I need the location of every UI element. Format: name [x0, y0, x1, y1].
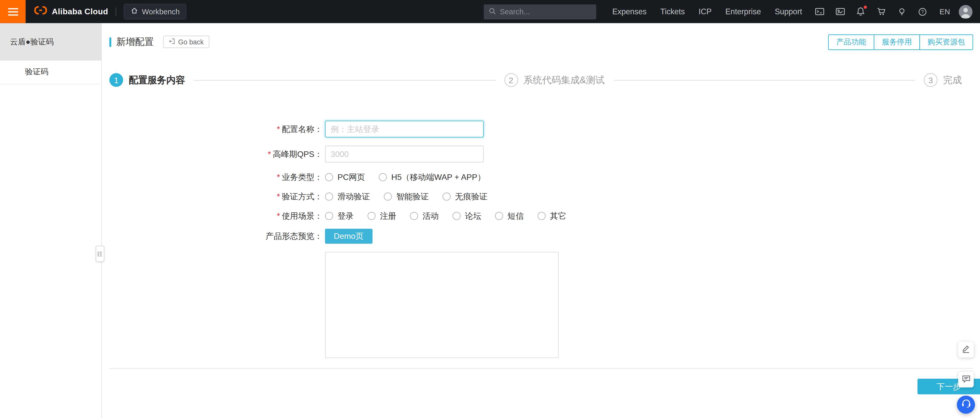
use-scene-row: *使用场景： 登录 注册 活动 — [110, 209, 973, 222]
radio-icon — [325, 212, 333, 220]
form-footer: 下一步 — [110, 379, 973, 394]
required-mark: * — [277, 211, 280, 221]
peak-qps-row: *高峰期QPS： — [110, 146, 973, 162]
radio-scene-login[interactable]: 登录 — [325, 210, 354, 221]
notification-dot — [864, 5, 867, 8]
config-name-row: *配置名称： — [110, 121, 973, 138]
step-2-number: 2 — [504, 73, 518, 87]
pencil-icon — [962, 344, 970, 355]
verify-method-row: *验证方式： 滑动验证 智能验证 无痕验证 — [110, 190, 973, 203]
sidebar-product-title: 云盾●验证码 — [0, 23, 101, 61]
step-1-label: 配置服务内容 — [129, 74, 185, 86]
radio-icon — [538, 212, 546, 220]
config-name-label: *配置名称： — [110, 121, 323, 138]
page-title: 新增配置 — [116, 36, 154, 48]
radio-scene-register[interactable]: 注册 — [368, 210, 396, 221]
step-1: 1 配置服务内容 — [110, 73, 185, 87]
radio-scene-forum[interactable]: 论坛 — [452, 210, 481, 221]
language-selector[interactable]: EN — [940, 7, 950, 16]
required-mark: * — [268, 149, 271, 159]
main-content: 新增配置 Go back 产品功能 服务停用 购买资源包 1 配置服务内容 2 — [103, 23, 980, 418]
alibaba-cloud-logo-icon — [34, 6, 48, 17]
radio-icon — [410, 212, 418, 220]
title-accent-bar — [110, 37, 111, 47]
step-3-number: 3 — [924, 73, 938, 87]
nav-item-enterprise[interactable]: Enterprise — [725, 7, 761, 16]
brand-logo[interactable]: Alibaba Cloud — [34, 6, 108, 17]
go-back-button[interactable]: Go back — [163, 36, 209, 48]
radio-smart-verify[interactable]: 智能验证 — [384, 191, 429, 202]
cart-icon[interactable] — [877, 6, 886, 17]
step-2-label: 系统代码集成&测试 — [523, 74, 605, 86]
assistant-button[interactable] — [957, 396, 975, 414]
collapse-icon — [97, 248, 103, 259]
required-mark: * — [277, 173, 280, 182]
sidebar: 云盾●验证码 验证码 — [0, 23, 102, 418]
verify-method-label: *验证方式： — [110, 190, 323, 203]
peak-qps-label: *高峰期QPS： — [110, 146, 323, 162]
steps-indicator: 1 配置服务内容 2 系统代码集成&测试 3 完成 — [110, 73, 973, 87]
step-3-label: 完成 — [943, 74, 962, 86]
radio-invisible-verify[interactable]: 无痕验证 — [442, 191, 487, 202]
workbench-label: Workbench — [142, 7, 180, 16]
chat-button[interactable] — [958, 372, 974, 387]
nav-item-expenses[interactable]: Expenses — [612, 7, 646, 16]
console-icon[interactable] — [815, 6, 824, 17]
radio-pc-web[interactable]: PC网页 — [325, 172, 365, 183]
headset-icon — [961, 399, 971, 411]
step-3: 3 完成 — [924, 73, 962, 87]
use-scene-label: *使用场景： — [110, 209, 323, 222]
step-1-number: 1 — [110, 73, 123, 87]
required-mark: * — [277, 124, 280, 134]
divider — [110, 368, 973, 369]
preview-label: 产品形态预览： — [110, 229, 323, 244]
go-back-icon — [169, 38, 175, 45]
help-icon[interactable]: ? — [918, 6, 928, 17]
lightbulb-icon[interactable] — [897, 6, 907, 17]
service-disable-button[interactable]: 服务停用 — [874, 34, 920, 49]
search-box — [484, 4, 596, 19]
radio-icon — [325, 192, 333, 200]
radio-icon — [452, 212, 461, 220]
hamburger-menu-button[interactable] — [0, 0, 25, 23]
buy-resource-pack-button[interactable]: 购买资源包 — [919, 34, 973, 49]
page-header: 新增配置 Go back 产品功能 服务停用 购买资源包 — [110, 35, 973, 49]
go-back-label: Go back — [178, 38, 204, 45]
step-connector — [194, 79, 495, 80]
avatar[interactable] — [959, 5, 973, 18]
radio-scene-sms[interactable]: 短信 — [495, 210, 524, 221]
topbar: Alibaba Cloud Workbench Expenses Tickets… — [0, 0, 980, 23]
topbar-icons: ? — [815, 6, 928, 17]
home-icon — [130, 7, 138, 16]
message-icon — [962, 374, 970, 385]
nav-item-support[interactable]: Support — [775, 7, 802, 16]
header-actions: 产品功能 服务停用 购买资源包 — [828, 34, 973, 49]
nav-item-icp[interactable]: ICP — [698, 7, 711, 16]
app-icon[interactable] — [835, 6, 845, 17]
topbar-nav: Expenses Tickets ICP Enterprise Support — [612, 7, 802, 16]
search-icon — [488, 6, 496, 17]
radio-scene-other[interactable]: 其它 — [538, 210, 566, 221]
sidebar-item-captcha[interactable]: 验证码 — [0, 61, 101, 84]
demo-page-button[interactable]: Demo页 — [325, 229, 372, 244]
radio-icon — [384, 192, 392, 200]
nav-item-tickets[interactable]: Tickets — [660, 7, 685, 16]
search-input[interactable] — [500, 7, 591, 16]
feedback-edit-button[interactable] — [958, 342, 974, 358]
radio-icon — [368, 212, 375, 220]
step-2: 2 系统代码集成&测试 — [504, 73, 605, 87]
workbench-button[interactable]: Workbench — [124, 4, 186, 19]
config-name-input[interactable] — [325, 121, 484, 138]
brand-name: Alibaba Cloud — [52, 7, 108, 16]
topbar-separator — [116, 7, 116, 16]
peak-qps-input[interactable] — [325, 146, 484, 162]
business-type-label: *业务类型： — [110, 171, 323, 184]
bell-icon[interactable] — [856, 6, 865, 17]
product-features-button[interactable]: 产品功能 — [828, 34, 874, 49]
radio-h5[interactable]: H5（移动端WAP + APP） — [379, 172, 485, 183]
hamburger-icon — [8, 8, 18, 9]
radio-slide-verify[interactable]: 滑动验证 — [325, 191, 370, 202]
radio-scene-activity[interactable]: 活动 — [410, 210, 439, 221]
config-form: *配置名称： *高峰期QPS： *业务类型： — [110, 121, 973, 358]
sidebar-collapse-handle[interactable] — [96, 245, 104, 262]
